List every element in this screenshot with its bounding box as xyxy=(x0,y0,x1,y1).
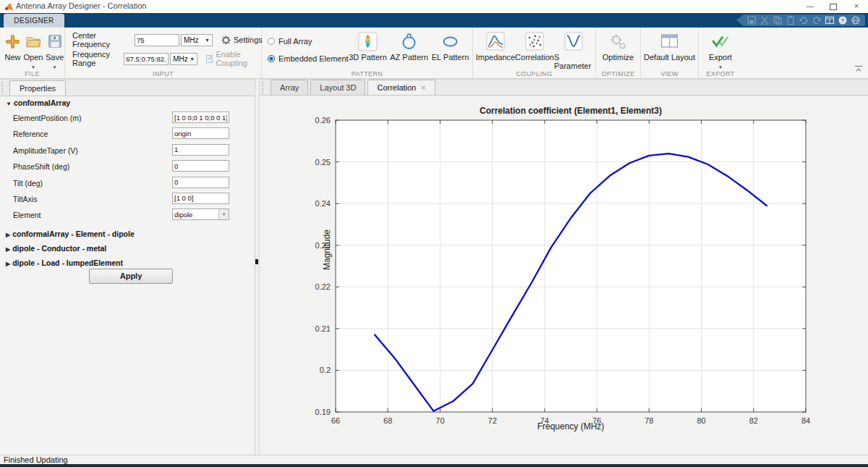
tab-designer[interactable]: DESIGNER xyxy=(4,14,64,28)
correlation-button[interactable]: Correlation xyxy=(515,31,554,70)
properties-panel: Properties ▼conformalArray ElementPositi… xyxy=(0,79,255,455)
3d-pattern-icon xyxy=(358,31,378,51)
optimize-section-label: OPTIMIZE xyxy=(596,70,640,77)
export-label: Export xyxy=(709,53,732,62)
property-input[interactable] xyxy=(172,127,229,139)
optimize-button[interactable]: Optimize xyxy=(603,31,634,62)
layout-icon[interactable] xyxy=(825,15,835,25)
paste-icon[interactable] xyxy=(786,15,796,25)
collapse-ribbon-button[interactable] xyxy=(854,62,863,75)
close-button[interactable]: × xyxy=(845,0,868,13)
close-icon[interactable]: × xyxy=(421,84,425,92)
frequency-range-input[interactable] xyxy=(124,53,169,65)
open-label: Open xyxy=(24,53,43,62)
copy-icon[interactable] xyxy=(773,15,783,25)
panel-splitter[interactable] xyxy=(255,79,260,455)
collapsed-property-sections: ▶conformalArray - Element - dipole▶dipol… xyxy=(0,227,255,270)
save-icon[interactable] xyxy=(746,15,757,25)
property-row-1: Reference xyxy=(0,127,255,143)
property-input[interactable] xyxy=(172,177,229,188)
restore-button[interactable] xyxy=(822,0,845,13)
frequency-range-label: Frequency Range xyxy=(72,50,124,67)
default-layout-button[interactable]: Default Layout xyxy=(644,31,695,62)
title-bar: Antenna Array Designer - Correlation — × xyxy=(0,0,868,13)
ribbon-section-file: New Open ▼ Save ▼ FILE xyxy=(0,28,65,78)
full-array-radio[interactable]: Full Array xyxy=(268,36,312,46)
optimize-label: Optimize xyxy=(603,53,634,62)
property-input[interactable] xyxy=(172,193,229,204)
property-input[interactable] xyxy=(172,160,229,172)
s-parameter-button[interactable]: S Parameter xyxy=(554,31,593,70)
property-row-0: ElementPosition (m) xyxy=(0,111,255,127)
collapsed-section-1[interactable]: ▶dipole - Conductor - metal xyxy=(0,241,255,256)
svg-text:0.22: 0.22 xyxy=(315,282,331,291)
export-button[interactable]: Export ▼ xyxy=(709,31,732,72)
save-icon xyxy=(47,31,63,51)
chevron-down-icon: ▾ xyxy=(218,209,229,219)
correlation-icon xyxy=(525,31,544,51)
impedance-icon xyxy=(486,31,505,51)
el-pattern-button[interactable]: EL Pattern xyxy=(430,31,471,62)
s-parameter-icon xyxy=(564,31,583,51)
settings-button[interactable]: Settings xyxy=(221,35,263,45)
property-label: PhaseShift (deg) xyxy=(13,162,69,171)
collapsed-section-label: conformalArray - Element - dipole xyxy=(12,230,135,238)
3d-pattern-label: 3D Pattern xyxy=(349,53,387,62)
embedded-element-label: Embedded Element xyxy=(278,54,349,63)
property-input[interactable] xyxy=(172,144,229,156)
collapsed-section-label: dipole - Load - lumpedElement xyxy=(12,258,123,267)
minimize-button[interactable]: — xyxy=(799,0,822,13)
tab-label: Array xyxy=(280,80,299,95)
settings-label: Settings xyxy=(234,35,263,44)
chevron-expanded-icon: ▼ xyxy=(6,101,12,107)
canvas-tabbar: ArrayLayout 3DCorrelation× xyxy=(260,80,868,96)
drag-handle-icon[interactable] xyxy=(262,82,263,93)
redo-icon[interactable] xyxy=(812,15,822,25)
tab-array[interactable]: Array xyxy=(271,80,308,95)
open-button[interactable]: Open ▼ xyxy=(24,31,43,72)
drag-handle-icon[interactable] xyxy=(1,82,3,93)
enable-coupling-checkbox[interactable]: Enable Coupling xyxy=(206,50,263,67)
svg-text:0.25: 0.25 xyxy=(315,158,331,167)
collapsed-section-0[interactable]: ▶conformalArray - Element - dipole xyxy=(0,227,255,241)
3d-pattern-button[interactable]: 3D Pattern xyxy=(347,31,388,62)
az-pattern-label: AZ Pattern xyxy=(390,53,428,62)
property-row-2: AmplitudeTaper (V) xyxy=(0,143,255,159)
az-pattern-button[interactable]: AZ Pattern xyxy=(388,31,430,62)
element-select[interactable]: dipole▾ xyxy=(172,209,229,220)
new-icon xyxy=(4,31,21,51)
save-button[interactable]: Save ▼ xyxy=(46,31,64,72)
collapsed-section-2[interactable]: ▶dipole - Load - lumpedElement xyxy=(0,256,255,270)
help-icon[interactable]: ? xyxy=(838,15,848,25)
undo-icon[interactable] xyxy=(799,15,809,25)
radio-selected-icon xyxy=(268,55,275,62)
chevron-collapsed-icon: ▶ xyxy=(6,261,10,267)
tab-layout-3d[interactable]: Layout 3D xyxy=(310,80,365,95)
window-title: Antenna Array Designer - Correlation xyxy=(16,1,146,10)
gear-icon xyxy=(221,35,231,45)
tab-properties[interactable]: Properties xyxy=(9,80,66,96)
svg-text:0.26: 0.26 xyxy=(315,116,331,125)
impedance-button[interactable]: Impedance xyxy=(476,31,515,70)
center-frequency-input[interactable] xyxy=(135,34,179,46)
file-section-label: FILE xyxy=(0,70,64,77)
ribbon-section-view: Default Layout VIEW xyxy=(641,28,699,78)
open-folder-icon xyxy=(25,31,42,51)
optimize-icon xyxy=(609,31,627,51)
new-button[interactable]: New xyxy=(4,31,21,72)
chart-xlabel: Frequency (MHz) xyxy=(336,421,806,432)
element-select-value: dipole xyxy=(173,211,218,219)
center-frequency-unit-select[interactable]: MHz ▼ xyxy=(181,34,213,46)
tab-correlation[interactable]: Correlation× xyxy=(367,80,435,95)
s-parameter-label: S Parameter xyxy=(554,53,593,70)
embedded-element-radio[interactable]: Embedded Element xyxy=(268,54,349,64)
apply-button[interactable]: Apply xyxy=(89,269,173,284)
community-icon[interactable] xyxy=(851,15,861,25)
property-input[interactable] xyxy=(172,112,229,123)
frequency-range-unit-select[interactable]: MHz ▼ xyxy=(170,53,197,65)
status-message: Finished Updating xyxy=(4,455,68,464)
checkbox-checked-icon xyxy=(206,55,213,63)
property-group-header[interactable]: ▼conformalArray xyxy=(6,98,70,107)
splitter-knob[interactable] xyxy=(255,259,258,264)
cut-icon[interactable] xyxy=(760,15,770,25)
